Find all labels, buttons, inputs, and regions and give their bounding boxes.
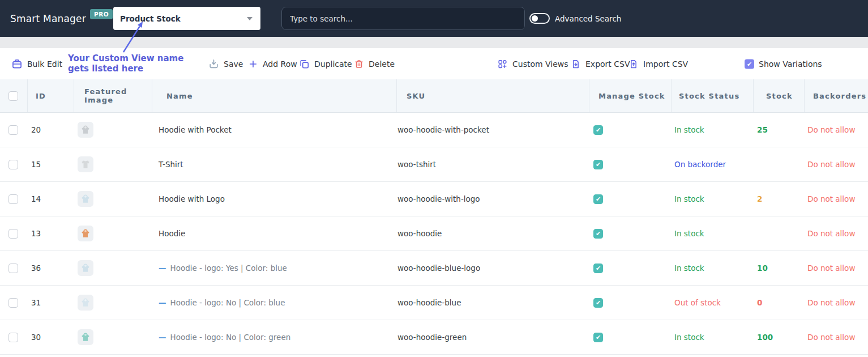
bulk-edit-icon: [11, 58, 23, 70]
import-csv-button[interactable]: Import CSV: [628, 59, 688, 69]
custom-view-annotation: Your Custom View name gets listed here: [68, 53, 183, 75]
cell-backorders[interactable]: Do not allow: [804, 216, 868, 250]
row-checkbox[interactable]: [8, 333, 18, 342]
cell-stock-status[interactable]: In stock: [671, 320, 753, 354]
add-row-button[interactable]: Add Row: [248, 59, 297, 69]
table-header: IDFeatured ImageNameSKUManage StockStock…: [0, 79, 868, 113]
delete-label: Delete: [369, 60, 395, 69]
top-bar: Smart Manager PRO Product Stock Advanced…: [0, 0, 868, 37]
column-header-stock-status[interactable]: Stock Status: [671, 79, 753, 112]
cell-name[interactable]: Hoodie with Logo: [152, 182, 396, 216]
show-variations-control[interactable]: ✔ Show Variations: [745, 59, 822, 69]
product-thumbnail[interactable]: [78, 226, 93, 241]
pro-badge: PRO: [90, 9, 113, 19]
search-input[interactable]: [281, 7, 525, 30]
cell-sku[interactable]: woo-hoodie-with-logo: [396, 182, 589, 216]
manage-stock-checkbox[interactable]: ✔: [593, 125, 603, 135]
export-csv-button[interactable]: Export CSV: [571, 59, 630, 69]
manage-stock-checkbox[interactable]: ✔: [593, 229, 603, 239]
cell-stock[interactable]: 100: [753, 320, 804, 354]
row-checkbox[interactable]: [8, 229, 18, 239]
column-header-manage-stock[interactable]: Manage Stock: [589, 79, 671, 112]
cell-id[interactable]: 20: [27, 113, 74, 147]
cell-stock[interactable]: [753, 147, 804, 181]
chevron-down-icon: [247, 17, 253, 20]
select-all-checkbox[interactable]: [8, 91, 18, 101]
product-thumbnail[interactable]: [78, 122, 93, 138]
show-variations-checkbox[interactable]: ✔: [745, 59, 754, 69]
cell-stock-status[interactable]: In stock: [671, 182, 753, 216]
cell-backorders[interactable]: Do not allow: [804, 147, 868, 181]
variation-dash-icon: —: [159, 298, 166, 307]
cell-sku[interactable]: woo-hoodie-with-pocket: [396, 113, 589, 147]
cell-id[interactable]: 13: [27, 216, 74, 250]
cell-backorders[interactable]: Do not allow: [804, 182, 868, 216]
cell-stock-status[interactable]: In stock: [671, 251, 753, 285]
cell-sku[interactable]: woo-hoodie-blue-logo: [396, 251, 589, 285]
table-body: 20Hoodie with Pocketwoo-hoodie-with-pock…: [0, 113, 868, 355]
column-header-sku[interactable]: SKU: [396, 79, 589, 112]
toolbar: Bulk Edit Your Custom View name gets lis…: [0, 48, 868, 79]
save-icon: [208, 58, 219, 69]
advanced-search-toggle[interactable]: [529, 13, 550, 24]
manage-stock-checkbox[interactable]: ✔: [593, 333, 603, 342]
cell-id[interactable]: 15: [27, 147, 74, 181]
cell-name[interactable]: —Hoodie - logo: No | Color: green: [152, 320, 396, 354]
cell-stock[interactable]: 0: [753, 286, 804, 320]
cell-stock-status[interactable]: In stock: [671, 113, 753, 147]
table-row: 14Hoodie with Logowoo-hoodie-with-logo✔I…: [0, 182, 868, 216]
cell-stock[interactable]: 2: [753, 182, 804, 216]
cell-stock[interactable]: [753, 216, 804, 250]
cell-backorders[interactable]: Do not allow: [804, 320, 868, 354]
row-checkbox[interactable]: [8, 125, 18, 135]
cell-sku[interactable]: woo-hoodie-blue: [396, 286, 589, 320]
product-thumbnail[interactable]: [78, 191, 93, 207]
view-dropdown[interactable]: Product Stock: [113, 7, 260, 30]
cell-sku[interactable]: woo-hoodie-green: [396, 320, 589, 354]
cell-name[interactable]: —Hoodie - logo: Yes | Color: blue: [152, 251, 396, 285]
cell-backorders[interactable]: Do not allow: [804, 251, 868, 285]
cell-name[interactable]: T-Shirt: [152, 147, 396, 181]
cell-id[interactable]: 30: [27, 320, 74, 354]
cell-stock-status[interactable]: On backorder: [671, 147, 753, 181]
cell-stock-status[interactable]: In stock: [671, 216, 753, 250]
column-header-stock[interactable]: Stock: [753, 79, 804, 112]
product-thumbnail[interactable]: [78, 156, 93, 172]
cell-id[interactable]: 36: [27, 251, 74, 285]
row-checkbox[interactable]: [8, 264, 18, 273]
manage-stock-checkbox[interactable]: ✔: [593, 298, 603, 308]
cell-stock-status[interactable]: Out of stock: [671, 286, 753, 320]
cell-backorders[interactable]: Do not allow: [804, 113, 868, 147]
duplicate-button[interactable]: Duplicate: [299, 58, 352, 69]
row-checkbox[interactable]: [8, 298, 18, 308]
custom-views-button[interactable]: Custom Views: [497, 58, 568, 69]
cell-backorders[interactable]: Do not allow: [804, 286, 868, 320]
manage-stock-checkbox[interactable]: ✔: [593, 264, 603, 273]
row-checkbox[interactable]: [8, 194, 18, 204]
bulk-edit-label: Bulk Edit: [27, 60, 62, 69]
column-header-name[interactable]: Name: [152, 79, 396, 112]
delete-button[interactable]: Delete: [354, 59, 395, 69]
row-checkbox[interactable]: [8, 160, 18, 169]
cell-stock[interactable]: 10: [753, 251, 804, 285]
cell-id[interactable]: 31: [27, 286, 74, 320]
trash-icon: [354, 59, 364, 69]
column-header-id[interactable]: ID: [27, 79, 74, 112]
bulk-edit-button[interactable]: Bulk Edit: [11, 58, 62, 70]
cell-stock[interactable]: 25: [753, 113, 804, 147]
product-thumbnail[interactable]: [78, 260, 93, 276]
table-row: 20Hoodie with Pocketwoo-hoodie-with-pock…: [0, 113, 868, 147]
save-button[interactable]: Save: [208, 58, 243, 69]
product-thumbnail[interactable]: [78, 329, 93, 345]
column-header-featured-image[interactable]: Featured Image: [74, 79, 152, 112]
cell-name[interactable]: Hoodie: [152, 216, 396, 250]
cell-id[interactable]: 14: [27, 182, 74, 216]
cell-sku[interactable]: woo-hoodie: [396, 216, 589, 250]
column-header-backorders[interactable]: Backorders: [804, 79, 868, 112]
cell-name[interactable]: Hoodie with Pocket: [152, 113, 396, 147]
manage-stock-checkbox[interactable]: ✔: [593, 194, 603, 204]
manage-stock-checkbox[interactable]: ✔: [593, 160, 603, 169]
product-thumbnail[interactable]: [78, 295, 93, 311]
cell-name[interactable]: —Hoodie - logo: No | Color: blue: [152, 286, 396, 320]
cell-sku[interactable]: woo-tshirt: [396, 147, 589, 181]
